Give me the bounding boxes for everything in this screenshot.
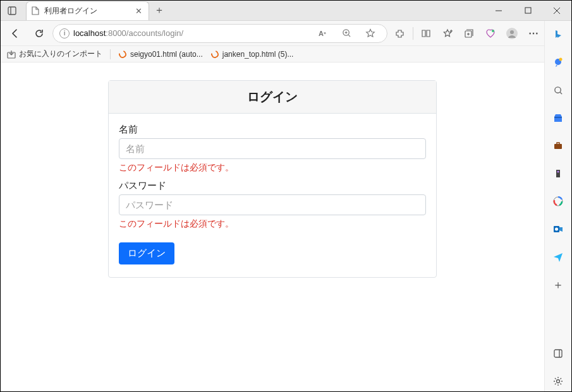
- reader-icon[interactable]: [416, 23, 436, 44]
- side-chat-icon[interactable]: [548, 52, 568, 73]
- close-tab-icon[interactable]: ✕: [133, 6, 145, 16]
- svg-rect-23: [554, 117, 562, 118]
- password-input[interactable]: [119, 194, 426, 215]
- side-settings-icon[interactable]: [548, 371, 568, 391]
- address-bar: i localhost:8000/accounts/login/ A»: [1, 21, 571, 46]
- svg-rect-3: [525, 8, 531, 13]
- name-error: このフィールドは必須です。: [119, 162, 426, 174]
- favorite-star-icon[interactable]: [360, 23, 380, 44]
- svg-rect-0: [8, 7, 16, 15]
- wellness-icon[interactable]: [480, 23, 501, 44]
- read-aloud-icon[interactable]: A»: [312, 23, 332, 44]
- svg-point-30: [555, 228, 558, 231]
- bookmarks-divider: [110, 49, 111, 59]
- bookmark-item-1[interactable]: seigyo01.html (auto...: [118, 50, 203, 59]
- svg-point-20: [559, 58, 563, 61]
- name-input[interactable]: [119, 138, 426, 159]
- new-tab-button[interactable]: ＋: [149, 4, 169, 17]
- bookmark-item-2[interactable]: janken_top.html (5)...: [210, 50, 294, 59]
- side-games-icon[interactable]: [548, 163, 568, 184]
- favorites-icon[interactable]: [437, 23, 458, 44]
- bookmark-label-2: janken_top.html (5)...: [222, 50, 294, 59]
- url-host: localhost:8000/accounts/login/: [73, 28, 183, 38]
- zoom-icon[interactable]: [336, 23, 356, 44]
- login-button[interactable]: ログイン: [119, 242, 174, 264]
- svg-rect-31: [554, 350, 562, 357]
- back-button[interactable]: [4, 23, 26, 44]
- side-bing-icon[interactable]: [548, 25, 568, 45]
- collections-icon[interactable]: [459, 23, 479, 44]
- toolbar-divider: [413, 27, 413, 40]
- page-viewport: ログイン 名前 このフィールドは必須です。 パスワード このフィールドは必須です…: [1, 62, 544, 391]
- svg-rect-25: [557, 143, 559, 145]
- side-send-icon[interactable]: [548, 247, 568, 267]
- import-icon: [7, 50, 16, 59]
- side-tools-icon[interactable]: [548, 136, 568, 156]
- window-titlebar: 利用者ログイン ✕ ＋: [1, 1, 571, 21]
- import-favorites-link[interactable]: お気に入りのインポート: [7, 49, 102, 59]
- page-icon: [32, 6, 40, 15]
- edge-sidebar: ＋: [544, 21, 571, 391]
- svg-point-27: [557, 171, 559, 173]
- bookmark-icon-2: [210, 50, 219, 59]
- side-office-icon[interactable]: [548, 191, 568, 211]
- url-input[interactable]: i localhost:8000/accounts/login/ A»: [52, 24, 387, 43]
- side-add-icon[interactable]: ＋: [548, 275, 568, 295]
- login-card: ログイン 名前 このフィールドは必須です。 パスワード このフィールドは必須です…: [108, 80, 437, 278]
- tab-actions-icon[interactable]: [1, 1, 23, 21]
- side-shopping-icon[interactable]: [548, 108, 568, 128]
- svg-line-22: [560, 92, 562, 94]
- site-info-icon[interactable]: i: [59, 28, 70, 39]
- refresh-button[interactable]: [28, 23, 50, 44]
- svg-line-7: [348, 35, 350, 37]
- svg-point-17: [510, 30, 514, 34]
- bookmarks-bar: お気に入りのインポート seigyo01.html (auto... janke…: [1, 46, 571, 62]
- password-label: パスワード: [119, 180, 426, 192]
- bookmark-label-1: seigyo01.html (auto...: [130, 50, 203, 59]
- side-outlook-icon[interactable]: [548, 219, 568, 239]
- profile-icon[interactable]: [502, 23, 522, 44]
- more-icon[interactable]: ⋯: [523, 23, 544, 44]
- bookmark-icon-1: [118, 50, 127, 59]
- browser-tab[interactable]: 利用者ログイン ✕: [26, 1, 149, 20]
- name-label: 名前: [119, 124, 426, 136]
- tab-title: 利用者ログイン: [44, 6, 129, 16]
- svg-point-15: [492, 30, 494, 32]
- side-panel-icon[interactable]: [548, 343, 568, 364]
- login-title: ログイン: [109, 81, 436, 114]
- window-minimize-icon[interactable]: [484, 1, 513, 21]
- svg-point-33: [557, 380, 560, 383]
- window-close-icon[interactable]: [542, 1, 571, 21]
- extensions-icon[interactable]: [390, 23, 410, 44]
- side-search-icon[interactable]: [548, 80, 568, 100]
- password-field: パスワード このフィールドは必須です。: [119, 180, 426, 230]
- password-error: このフィールドは必須です。: [119, 218, 426, 230]
- import-favorites-label: お気に入りのインポート: [19, 49, 102, 59]
- name-field: 名前 このフィールドは必須です。: [119, 124, 426, 174]
- window-maximize-icon[interactable]: [513, 1, 542, 21]
- svg-point-21: [554, 86, 560, 92]
